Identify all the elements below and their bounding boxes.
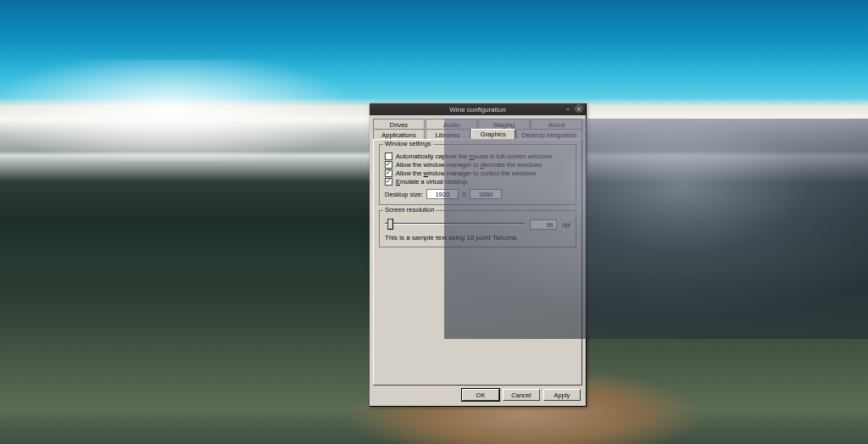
tab-desktop-integration[interactable]: Desktop Integration [516, 129, 582, 139]
tab-graphics[interactable]: Graphics [471, 129, 516, 139]
label-capture-mouse: Automatically capture the mouse in full-… [396, 153, 552, 160]
dpi-slider[interactable] [385, 218, 525, 231]
desktop-width-input[interactable] [426, 189, 459, 199]
cancel-button[interactable]: Cancel [503, 389, 540, 401]
tab-audio[interactable]: Audio [426, 119, 477, 129]
tabpage-graphics: Window settings Automatically capture th… [373, 139, 582, 386]
ok-button[interactable]: OK [462, 389, 499, 401]
titlebar-controls: ⌄ ✕ [564, 104, 583, 113]
titlebar-chevron-icon[interactable]: ⌄ [564, 104, 572, 113]
group-window-legend: Window settings [383, 140, 433, 147]
label-virtual-desktop: Emulate a virtual desktop [396, 178, 467, 186]
checkbox-virtual-desktop[interactable] [385, 178, 392, 186]
tab-about[interactable]: About [531, 119, 582, 129]
tabbar: Drives Audio Staging About Applications … [373, 119, 582, 139]
dpi-slider-thumb[interactable] [387, 219, 393, 230]
wine-config-window: Wine configuration ⌄ ✕ Drives Audio Stag… [370, 103, 587, 407]
label-control-windows: Allow the window manager to control the … [396, 169, 537, 177]
desktop-size-label: Desktop size: [385, 191, 423, 198]
dpi-unit-label: dpi [562, 221, 570, 229]
label-decorate-windows: Allow the window manager to decorate the… [396, 161, 542, 169]
desktop-size-separator: X [462, 191, 466, 198]
close-icon[interactable]: ✕ [575, 104, 583, 113]
titlebar: Wine configuration ⌄ ✕ [370, 103, 586, 115]
group-window-settings: Window settings Automatically capture th… [379, 144, 576, 205]
dialog-button-row: OK Cancel Apply [373, 386, 582, 402]
dpi-sample-text: This is a sample text using 10 point Tah… [385, 234, 570, 241]
dpi-input[interactable] [530, 219, 557, 230]
tab-applications[interactable]: Applications [373, 129, 425, 139]
desktop-height-input[interactable] [470, 189, 502, 199]
tab-libraries[interactable]: Libraries [426, 129, 470, 139]
group-res-legend: Screen resolution [383, 206, 436, 214]
tab-drives[interactable]: Drives [373, 119, 425, 129]
apply-button[interactable]: Apply [543, 389, 581, 401]
group-screen-resolution: Screen resolution dpi This is a sample t… [379, 210, 576, 247]
client-area: Drives Audio Staging About Applications … [370, 115, 586, 406]
window-title: Wine configuration [449, 106, 505, 114]
tab-staging[interactable]: Staging [478, 119, 530, 129]
